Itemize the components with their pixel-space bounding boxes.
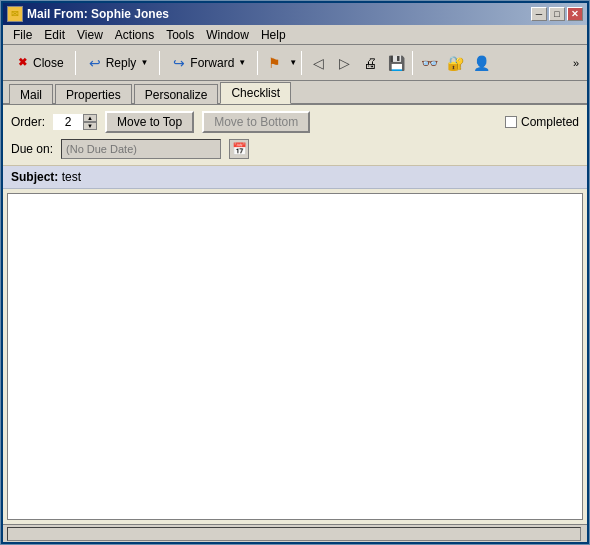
print-button[interactable]: 🖨 bbox=[358, 51, 382, 75]
menu-edit[interactable]: Edit bbox=[38, 27, 71, 43]
junk-button[interactable]: 👓 bbox=[417, 51, 441, 75]
forward-icon: ↪ bbox=[171, 55, 187, 71]
move-to-top-button[interactable]: Move to Top bbox=[105, 111, 194, 133]
prev-icon: ◁ bbox=[313, 55, 324, 71]
menu-bar: File Edit View Actions Tools Window Help bbox=[3, 25, 587, 45]
menu-actions[interactable]: Actions bbox=[109, 27, 160, 43]
toolbar-separator-5 bbox=[412, 51, 413, 75]
save-button[interactable]: 💾 bbox=[384, 51, 408, 75]
order-label: Order: bbox=[11, 115, 45, 129]
minimize-button[interactable]: ─ bbox=[531, 7, 547, 21]
tab-mail[interactable]: Mail bbox=[9, 84, 53, 104]
prev-button[interactable]: ◁ bbox=[306, 51, 330, 75]
next-icon: ▷ bbox=[339, 55, 350, 71]
status-bar bbox=[3, 524, 587, 542]
main-window: ✉ Mail From: Sophie Jones ─ □ ✕ File Edi… bbox=[1, 1, 589, 544]
reply-label: Reply bbox=[106, 56, 137, 70]
calendar-button[interactable]: 📅 bbox=[229, 139, 249, 159]
controls-row-2: Due on: 📅 bbox=[11, 139, 579, 159]
tab-checklist[interactable]: Checklist bbox=[220, 82, 291, 104]
close-button[interactable]: ✖ Close bbox=[7, 49, 71, 77]
message-body bbox=[7, 193, 583, 520]
flag-button[interactable]: ⚑ bbox=[262, 51, 286, 75]
flag-dropdown-arrow[interactable]: ▼ bbox=[289, 58, 297, 67]
menu-tools[interactable]: Tools bbox=[160, 27, 200, 43]
cert-icon: 🔐 bbox=[447, 55, 464, 71]
reply-button[interactable]: ↩ Reply ▼ bbox=[80, 49, 156, 77]
toolbar-overflow[interactable]: » bbox=[569, 55, 583, 71]
tab-properties[interactable]: Properties bbox=[55, 84, 132, 104]
completed-checkbox[interactable] bbox=[505, 116, 517, 128]
close-icon: ✖ bbox=[14, 55, 30, 71]
menu-view[interactable]: View bbox=[71, 27, 109, 43]
contacts-button[interactable]: 👤 bbox=[469, 51, 493, 75]
menu-window[interactable]: Window bbox=[200, 27, 255, 43]
completed-wrap: Completed bbox=[505, 115, 579, 129]
content-area: Order: ▲ ▼ Move to Top Move to Bottom Co… bbox=[3, 105, 587, 524]
close-label: Close bbox=[33, 56, 64, 70]
reply-icon: ↩ bbox=[87, 55, 103, 71]
completed-label: Completed bbox=[521, 115, 579, 129]
title-bar-left: ✉ Mail From: Sophie Jones bbox=[7, 6, 169, 22]
due-on-label: Due on: bbox=[11, 142, 53, 156]
close-window-button[interactable]: ✕ bbox=[567, 7, 583, 21]
next-button[interactable]: ▷ bbox=[332, 51, 356, 75]
order-input[interactable] bbox=[53, 114, 83, 130]
spin-up-button[interactable]: ▲ bbox=[83, 114, 97, 122]
subject-label: Subject: bbox=[11, 170, 58, 184]
subject-bar: Subject: test bbox=[3, 166, 587, 189]
tabs-bar: Mail Properties Personalize Checklist bbox=[3, 81, 587, 105]
print-icon: 🖨 bbox=[363, 55, 377, 71]
toolbar: ✖ Close ↩ Reply ▼ ↪ Forward ▼ ⚑ ▼ ◁ ▷ 🖨 bbox=[3, 45, 587, 81]
calendar-icon: 📅 bbox=[232, 142, 247, 156]
controls-row-1: Order: ▲ ▼ Move to Top Move to Bottom Co… bbox=[11, 111, 579, 133]
forward-label: Forward bbox=[190, 56, 234, 70]
flag-icon: ⚑ bbox=[268, 55, 281, 71]
forward-button[interactable]: ↪ Forward ▼ bbox=[164, 49, 253, 77]
checklist-controls: Order: ▲ ▼ Move to Top Move to Bottom Co… bbox=[3, 105, 587, 166]
envelope-icon: ✉ bbox=[11, 9, 19, 19]
tab-personalize[interactable]: Personalize bbox=[134, 84, 219, 104]
toolbar-separator-1 bbox=[75, 51, 76, 75]
subject-value: test bbox=[62, 170, 81, 184]
order-spinbox: ▲ ▼ bbox=[53, 114, 97, 130]
spin-buttons: ▲ ▼ bbox=[83, 114, 97, 130]
window-title: Mail From: Sophie Jones bbox=[27, 7, 169, 21]
cert-button[interactable]: 🔐 bbox=[443, 51, 467, 75]
toolbar-separator-3 bbox=[257, 51, 258, 75]
contacts-icon: 👤 bbox=[473, 55, 490, 71]
save-icon: 💾 bbox=[388, 55, 405, 71]
window-icon: ✉ bbox=[7, 6, 23, 22]
toolbar-separator-4 bbox=[301, 51, 302, 75]
title-bar-buttons: ─ □ ✕ bbox=[531, 7, 583, 21]
due-date-input[interactable] bbox=[61, 139, 221, 159]
title-bar: ✉ Mail From: Sophie Jones ─ □ ✕ bbox=[3, 3, 587, 25]
move-to-bottom-button[interactable]: Move to Bottom bbox=[202, 111, 310, 133]
menu-help[interactable]: Help bbox=[255, 27, 292, 43]
forward-dropdown-arrow[interactable]: ▼ bbox=[238, 58, 246, 67]
reply-dropdown-arrow[interactable]: ▼ bbox=[140, 58, 148, 67]
glasses-icon: 👓 bbox=[421, 55, 438, 71]
status-panel bbox=[7, 527, 581, 541]
toolbar-separator-2 bbox=[159, 51, 160, 75]
spin-down-button[interactable]: ▼ bbox=[83, 122, 97, 130]
menu-file[interactable]: File bbox=[7, 27, 38, 43]
maximize-button[interactable]: □ bbox=[549, 7, 565, 21]
